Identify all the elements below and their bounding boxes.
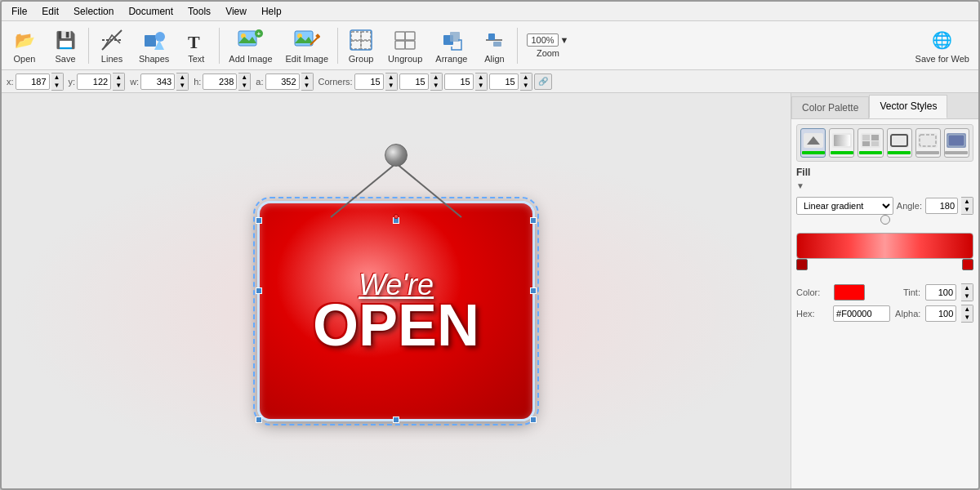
a-spin-up[interactable]: ▲ [301,74,313,82]
corner1-input[interactable] [354,74,384,90]
menu-file[interactable]: File [5,4,33,19]
x-spinner: ▲ ▼ [51,73,64,91]
corner4-spin-up[interactable]: ▲ [520,74,532,82]
tab-vector-styles[interactable]: Vector Styles [869,95,947,118]
style-btn-bar-5 [916,151,939,154]
lines-button[interactable]: Lines [92,24,131,67]
corner4-spinner: ▲ ▼ [520,73,532,91]
selection-point-top [394,214,399,219]
color-row: Color: Tint: ▲ ▼ [796,283,973,301]
style-btn-stroke-solid[interactable] [887,128,912,158]
tint-input[interactable] [925,284,956,301]
a-input[interactable] [265,74,300,90]
style-btn-preset[interactable] [944,128,969,158]
menu-document[interactable]: Document [122,4,180,19]
h-spinner: ▲ ▼ [238,73,251,91]
style-btn-bar-2 [831,151,853,154]
selection-handle-ml[interactable] [256,287,262,294]
menu-view[interactable]: View [219,4,253,19]
save-for-web-button[interactable]: 🌐 Save for Web [910,24,975,67]
x-spin-up[interactable]: ▲ [51,74,63,82]
w-input[interactable] [140,74,175,90]
text-button[interactable]: T Text [176,24,216,67]
gradient-stop-left[interactable] [796,259,808,270]
menu-tools[interactable]: Tools [181,4,217,19]
style-preset-icon [947,133,966,150]
selection-handle-mr[interactable] [530,287,537,294]
corner3-input[interactable] [444,74,474,90]
menu-help[interactable]: Help [255,4,288,19]
corner3-spin-up[interactable]: ▲ [475,74,487,82]
main-area: We're OPEN Color Palette Vector Styles [2,93,978,488]
alpha-spin-up[interactable]: ▲ [961,305,973,314]
shapes-button[interactable]: Shapes [133,24,175,67]
ungroup-icon [392,28,418,52]
edit-image-button[interactable]: Edit Image [280,24,335,67]
hanger-ball-container [385,144,408,167]
prop-w: w: ▲ ▼ [130,73,189,91]
lock-corners-button[interactable]: 🔗 [534,74,552,90]
group-icon [348,28,374,52]
tint-spin-up[interactable]: ▲ [961,284,973,292]
corner2-spin-up[interactable]: ▲ [430,74,442,82]
style-btn-fill-solid[interactable] [800,128,826,158]
gradient-handle-center[interactable] [880,215,890,225]
zoom-value: 100% [527,33,558,47]
style-btn-fill-pattern[interactable] [858,128,883,158]
alpha-spin-down[interactable]: ▼ [961,314,973,322]
style-btn-fill-gradient[interactable] [829,128,854,158]
svg-rect-19 [395,32,405,40]
corner2-input[interactable] [399,74,429,90]
y-input[interactable] [77,74,111,90]
add-image-button[interactable]: + Add Image [223,24,278,67]
y-spin-up[interactable]: ▲ [113,74,124,82]
corner2-spin-down[interactable]: ▼ [430,82,442,90]
svg-rect-2 [145,35,156,47]
w-spin-down[interactable]: ▼ [176,82,188,90]
canvas-area[interactable]: We're OPEN [2,93,791,488]
add-image-icon: + [238,28,264,52]
tab-color-palette[interactable]: Color Palette [791,96,869,118]
h-spin-down[interactable]: ▼ [238,82,250,90]
corner4-input[interactable] [489,74,519,90]
y-spin-down[interactable]: ▼ [113,82,124,90]
w-spinner: ▲ ▼ [176,73,189,91]
corner1-spin-up[interactable]: ▲ [385,74,397,82]
x-spin-down[interactable]: ▼ [51,82,63,90]
ungroup-button[interactable]: Ungroup [382,24,428,67]
group-button[interactable]: Group [341,24,381,67]
tint-spin-down[interactable]: ▼ [961,292,973,301]
selection-handle-br[interactable] [530,416,537,423]
a-spin-down[interactable]: ▼ [301,82,313,90]
svg-rect-10 [295,31,313,46]
menu-edit[interactable]: Edit [35,4,65,19]
align-button[interactable]: Align [474,24,514,67]
selection-handle-bc[interactable] [393,416,399,423]
menu-selection[interactable]: Selection [67,4,120,19]
zoom-button[interactable]: 100% ▼ Zoom [521,24,574,67]
selection-handle-bl[interactable] [256,416,262,423]
gradient-bar[interactable] [796,233,973,259]
w-spin-up[interactable]: ▲ [176,74,188,82]
corner3-spin-down[interactable]: ▼ [475,82,487,90]
arrange-button[interactable]: Arrange [430,24,473,67]
svg-line-29 [396,163,461,217]
corner1-spin-down[interactable]: ▼ [385,82,397,90]
style-btn-stroke-none[interactable] [915,128,941,158]
h-input[interactable] [203,74,237,90]
angle-spin-down[interactable]: ▼ [961,206,973,214]
gradient-type-select[interactable]: Linear gradient [796,197,893,215]
open-button[interactable]: 📂 Open [5,24,44,67]
angle-input[interactable] [925,198,958,214]
x-input[interactable] [16,74,50,90]
save-button[interactable]: 💾 Save [46,24,85,67]
fill-expand[interactable]: ▼ [796,181,973,190]
alpha-input[interactable] [925,305,956,322]
color-swatch[interactable] [834,284,865,301]
h-spin-up[interactable]: ▲ [238,74,250,82]
corner4-spin-down[interactable]: ▼ [520,82,532,90]
hex-input[interactable] [833,305,890,322]
gradient-stop-right[interactable] [962,259,973,270]
angle-spin-up[interactable]: ▲ [961,198,973,206]
gradient-bottom-stops [796,259,973,270]
